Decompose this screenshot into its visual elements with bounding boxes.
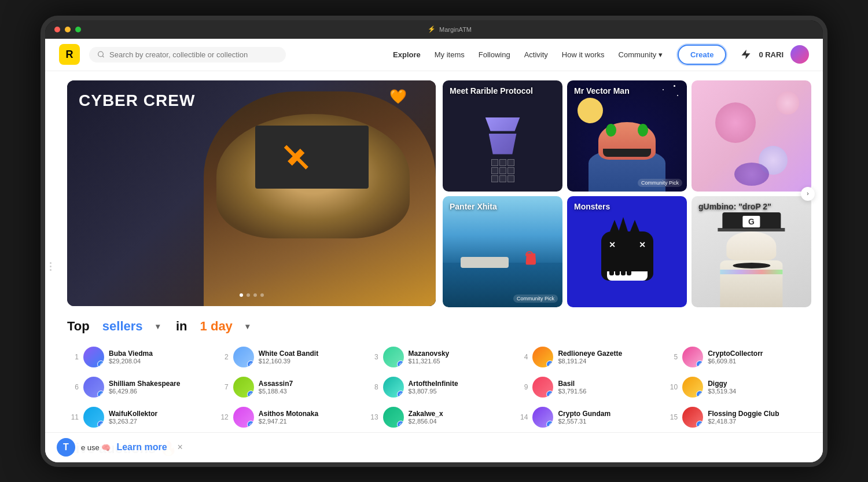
seller-amount: $2,856.04 (409, 418, 510, 425)
seller-verified-badge: ✓ (546, 421, 553, 428)
search-input[interactable] (109, 50, 278, 59)
seller-verified-badge: ✓ (97, 421, 104, 428)
card-rarible[interactable]: Meet Rarible Protocol (443, 80, 562, 192)
toast-learn-more[interactable]: Learn more (116, 442, 167, 452)
card-monsters-title: Monsters (574, 202, 610, 211)
card-pink-blobs[interactable] (692, 80, 811, 192)
vector-man-community-pick: Community Pick (638, 179, 682, 187)
seller-item[interactable]: 4 ✓ Redlioneye Gazette $8,191.24 (516, 343, 661, 371)
svg-point-0 (98, 51, 104, 57)
seller-avatar: ✓ (233, 377, 254, 398)
period-dropdown[interactable]: ▾ (245, 322, 249, 331)
top-sellers-section: Top sellers ▾ in 1 day ▾ 1 ✓ Buba Viedma… (67, 319, 811, 431)
sellers-dropdown[interactable]: ▾ (156, 322, 160, 331)
featured-grid: CYBER CREW 🧡 (67, 80, 811, 307)
card-monsters[interactable]: Monsters (567, 196, 687, 307)
main: CYBER CREW 🧡 (45, 71, 823, 462)
seller-name: Zakalwe_x (409, 410, 510, 418)
sellers-section-title: Top sellers ▾ in 1 day ▾ (67, 319, 811, 334)
nav-explore[interactable]: Explore (387, 47, 426, 62)
seller-verified-badge: ✓ (97, 391, 104, 398)
seller-amount: $2,557.31 (558, 418, 659, 425)
card-gumbino[interactable]: gUmbino: "droP 2" G (692, 196, 811, 307)
seller-item[interactable]: 9 ✓ Basil $3,791.56 (516, 373, 661, 401)
seller-item[interactable]: 5 ✓ CryptoCollectorr $6,609.81 (666, 343, 811, 371)
card-panter[interactable]: Panter Xhita Community Pick (443, 196, 562, 307)
header-right: 0 RARI (740, 45, 809, 64)
seller-info: Flossing Doggie Club $2,418.37 (708, 410, 809, 425)
seller-item[interactable]: 12 ✓ Asithos Motonaka $2,947.21 (217, 403, 362, 431)
seller-verified-badge: ✓ (97, 360, 104, 367)
seller-item[interactable]: 2 ✓ White Coat Bandit $12,160.39 (217, 343, 362, 371)
seller-verified-badge: ✓ (397, 360, 404, 367)
seller-avatar: ✓ (233, 407, 254, 428)
sellers-grid: 1 ✓ Buba Viedma $29,208.04 2 ✓ White Coa… (67, 343, 811, 431)
seller-avatar: ✓ (682, 347, 703, 367)
right-grid: Meet Rarible Protocol (443, 80, 811, 307)
seller-amount: $3,263.27 (109, 418, 210, 425)
seller-info: CryptoCollectorr $6,609.81 (708, 349, 809, 365)
seller-name: Asithos Motonaka (259, 410, 360, 418)
seller-name: Assassin7 (259, 380, 360, 388)
nav-how-it-works[interactable]: How it works (556, 47, 610, 62)
seller-name: Redlioneye Gazette (558, 349, 659, 358)
card-gumbino-title: gUmbino: "droP 2" (698, 202, 771, 211)
browser-minimize-dot[interactable] (65, 27, 71, 32)
user-avatar[interactable] (790, 45, 809, 64)
seller-avatar: ✓ (83, 347, 104, 367)
browser-close-dot[interactable] (54, 27, 60, 32)
nav-community[interactable]: Community ▾ (613, 47, 668, 62)
nav-activity[interactable]: Activity (518, 47, 554, 62)
sidebar-handle[interactable] (45, 71, 56, 462)
grid-next-button[interactable]: › (801, 187, 815, 201)
seller-avatar: ✓ (233, 347, 254, 367)
card-vector-man[interactable]: Mr Vector Man (567, 80, 687, 192)
hero-banner[interactable]: CYBER CREW 🧡 (67, 80, 436, 306)
seller-rank: 1 (69, 353, 79, 361)
seller-item[interactable]: 1 ✓ Buba Viedma $29,208.04 (67, 343, 212, 371)
create-button[interactable]: Create (678, 45, 726, 65)
seller-info: White Coat Bandit $12,160.39 (259, 349, 360, 365)
seller-item[interactable]: 6 ✓ Shilliam Shakespeare $6,429.86 (67, 373, 212, 401)
seller-item[interactable]: 11 ✓ WaifuKollektor $3,263.27 (67, 403, 212, 431)
seller-rank: 10 (668, 383, 678, 391)
hero-title: CYBER CREW (79, 92, 195, 110)
seller-item[interactable]: 14 ✓ Crypto Gundam $2,557.31 (516, 403, 661, 431)
seller-amount: $3,791.56 (558, 388, 659, 395)
seller-item[interactable]: 7 ✓ Assassin7 $5,188.43 (217, 373, 362, 401)
seller-avatar: ✓ (383, 407, 404, 428)
seller-amount: $12,160.39 (259, 358, 360, 365)
seller-item[interactable]: 3 ✓ Mazanovsky $11,321.65 (367, 343, 512, 371)
seller-rank: 15 (668, 413, 678, 421)
seller-amount: $11,321.65 (409, 358, 510, 365)
seller-item[interactable]: 10 ✓ Diggy $3,519.34 (666, 373, 811, 401)
header: R Explore My items Following Activity Ho… (45, 39, 823, 71)
browser-expand-dot[interactable] (75, 27, 81, 32)
right-panel-wrapper: Meet Rarible Protocol (443, 80, 811, 307)
seller-name: Mazanovsky (409, 349, 510, 358)
seller-avatar: ✓ (532, 377, 553, 398)
search-bar[interactable] (89, 47, 286, 62)
seller-verified-badge: ✓ (247, 421, 254, 428)
seller-name: Basil (558, 380, 659, 388)
device-frame: ⚡ MarginATM R Explore My items Following… (41, 16, 827, 467)
toast-bar: T e use 🧠 Learn more × (45, 432, 823, 462)
logo[interactable]: R (59, 44, 80, 65)
nav-following[interactable]: Following (473, 47, 516, 62)
seller-avatar: ✓ (383, 377, 404, 398)
seller-name: White Coat Bandit (259, 349, 360, 358)
seller-info: Crypto Gundam $2,557.31 (558, 410, 659, 425)
seller-info: Diggy $3,519.34 (708, 380, 809, 395)
seller-verified-badge: ✓ (696, 360, 703, 367)
seller-rank: 4 (518, 353, 528, 361)
seller-rank: 7 (219, 383, 229, 391)
app-container: R Explore My items Following Activity Ho… (45, 39, 823, 462)
seller-info: Mazanovsky $11,321.65 (409, 349, 510, 365)
toast-close-button[interactable]: × (178, 442, 183, 452)
nav-my-items[interactable]: My items (429, 47, 470, 62)
seller-rank: 6 (69, 383, 79, 391)
seller-item[interactable]: 13 ✓ Zakalwe_x $2,856.04 (367, 403, 512, 431)
browser-title: ⚡ MarginATM (428, 25, 472, 33)
seller-item[interactable]: 8 ✓ ArtoftheInfinite $3,807.95 (367, 373, 512, 401)
seller-item[interactable]: 15 ✓ Flossing Doggie Club $2,418.37 (666, 403, 811, 431)
